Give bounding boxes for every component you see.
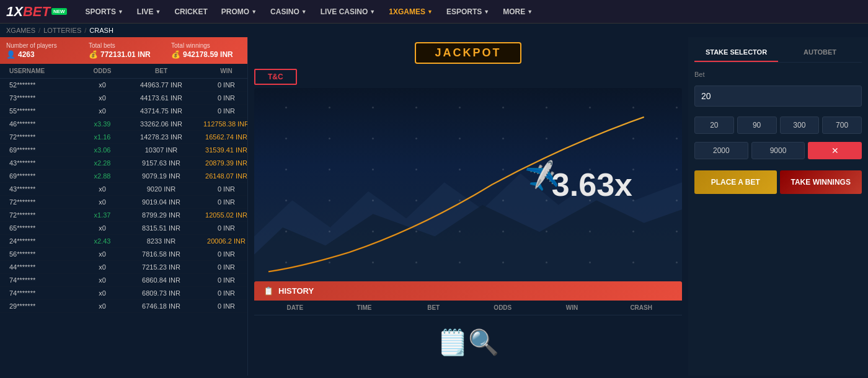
quick-bet-300[interactable]: 300 [780, 116, 820, 134]
navbar: 1XBET NEW SPORTS ▼ LIVE ▼ CRICKET PROMO … [0, 0, 868, 24]
cell-win: 0 INR [202, 302, 248, 310]
game-panel: JACKPOT T&C [248, 37, 688, 376]
cell-win: 20006.2 INR [202, 237, 248, 245]
grid-dot [459, 138, 461, 139]
grid-dot [502, 107, 504, 108]
take-winnings-button[interactable]: TAKE WINNINGS [780, 170, 862, 194]
cell-bet: 7215.23 INR [121, 263, 202, 271]
cell-username: 69******* [3, 172, 84, 180]
grid-dot [372, 107, 374, 108]
stat-total-winnings: Total winnings 💰 942178.59 INR [171, 42, 241, 59]
grid-dot [546, 231, 547, 232]
breadcrumb-xgames[interactable]: XGAMES [6, 27, 35, 34]
players-icon: 👤 [6, 50, 16, 59]
cell-bet: 6860.84 INR [121, 276, 202, 284]
cell-odds: x2.88 [84, 172, 121, 180]
nav-sports[interactable]: SPORTS ▼ [79, 0, 130, 24]
quick-bet-700[interactable]: 700 [822, 116, 862, 134]
cell-win: 112758.38 INR [202, 120, 248, 128]
grid-dot [589, 200, 591, 201]
cell-username: 52******* [3, 81, 84, 89]
cell-bet: 44963.77 INR [121, 81, 202, 89]
cell-odds: x3.39 [84, 120, 121, 128]
nav-live-casino[interactable]: LIVE CASINO ▼ [314, 0, 382, 24]
col-odds-h: ODDS [468, 304, 538, 311]
cell-bet: 8799.29 INR [121, 211, 202, 219]
grid-dot [329, 169, 330, 170]
chevron-down-icon: ▼ [427, 9, 433, 15]
grid-dot [676, 231, 678, 232]
quick-bet-2000[interactable]: 2000 [694, 142, 748, 159]
grid-dot [329, 262, 330, 263]
cell-odds: x2.28 [84, 159, 121, 167]
col-win-h: WIN [538, 304, 607, 311]
cell-win: 0 INR [202, 94, 248, 102]
stat-players-value: 👤 4263 [6, 50, 76, 59]
chevron-down-icon: ▼ [251, 9, 257, 15]
cell-win: 26148.07 INR [202, 172, 248, 180]
grid-dot [285, 169, 287, 170]
grid-dot [676, 138, 678, 139]
cell-odds: x0 [84, 185, 121, 193]
place-bet-button[interactable]: PLACE A BET [694, 170, 777, 194]
clear-bet-button[interactable]: ✕ [808, 142, 862, 159]
logo[interactable]: 1XBET NEW [6, 4, 67, 20]
cell-odds: x0 [84, 276, 121, 284]
cell-bet: 9157.63 INR [121, 159, 202, 167]
grid-dot [459, 200, 461, 201]
nav-casino[interactable]: CASINO ▼ [264, 0, 313, 24]
nav-promo[interactable]: PROMO ▼ [215, 0, 263, 24]
nav-1xgames[interactable]: 1XGAMES ▼ [383, 0, 439, 24]
grid-dot [502, 262, 504, 263]
grid-dot [329, 231, 330, 232]
cell-bet: 8315.51 INR [121, 224, 202, 232]
tab-autobet[interactable]: AUTOBET [778, 43, 862, 62]
table-row: 46******* x3.39 33262.06 INR 112758.38 I… [0, 118, 247, 131]
history-empty: 🗒️🔍 [254, 315, 682, 372]
cell-win: 0 INR [202, 289, 248, 297]
tab-stake-selector[interactable]: STAKE SELECTOR [694, 43, 778, 62]
grid-dot [632, 169, 634, 170]
table-row: 73******* x0 44173.61 INR 0 INR [0, 92, 247, 105]
grid-dot [459, 107, 461, 108]
grid-dot [589, 169, 591, 170]
table-row: 69******* x3.06 10307 INR 31539.41 INR [0, 144, 247, 157]
grid-dot [285, 200, 287, 201]
quick-bet-20[interactable]: 20 [694, 116, 734, 134]
nav-items: SPORTS ▼ LIVE ▼ CRICKET PROMO ▼ CASINO ▼… [79, 0, 862, 24]
grid-dot [676, 200, 678, 201]
cell-win: 0 INR [202, 224, 248, 232]
history-panel: 📋 HISTORY DATE TIME BET ODDS WIN CRASH 🗒… [248, 281, 688, 376]
cell-win: 0 INR [202, 81, 248, 89]
cell-bet: 7816.58 INR [121, 250, 202, 258]
bet-input[interactable] [694, 86, 862, 107]
breadcrumb-lotteries[interactable]: LOTTERIES [43, 27, 81, 34]
table-row: 69******* x2.88 9079.19 INR 26148.07 INR [0, 170, 247, 183]
table-row: 24******* x2.43 8233 INR 20006.2 INR [0, 235, 247, 248]
nav-more[interactable]: MORE ▼ [497, 0, 539, 24]
col-bet: BET [121, 68, 202, 74]
stat-winnings-label: Total winnings [171, 42, 241, 49]
grid-dot [329, 200, 330, 201]
nav-cricket[interactable]: CRICKET [168, 0, 213, 24]
grid-dot [632, 107, 634, 108]
cell-username: 72******* [3, 211, 84, 219]
cell-odds: x0 [84, 263, 121, 271]
cell-odds: x0 [84, 302, 121, 310]
cell-bet: 9079.19 INR [121, 172, 202, 180]
grid-dot [589, 107, 591, 108]
cell-win: 0 INR [202, 263, 248, 271]
grid-dot [415, 107, 417, 108]
main-layout: Number of players 👤 4263 Total bets 💰 77… [0, 37, 868, 376]
cell-bet: 14278.23 INR [121, 133, 202, 141]
quick-bet-9000[interactable]: 9000 [751, 142, 805, 159]
table-row: 44******* x0 7215.23 INR 0 INR [0, 261, 247, 274]
nav-live[interactable]: LIVE ▼ [131, 0, 167, 24]
quick-bet-90[interactable]: 90 [737, 116, 777, 134]
col-crash-h: CRASH [606, 304, 676, 311]
grid-dot [632, 231, 634, 232]
table-row: 65******* x0 8315.51 INR 0 INR [0, 222, 247, 235]
tc-button[interactable]: T&C [254, 69, 297, 85]
grid-dot [329, 107, 330, 108]
nav-esports[interactable]: ESPORTS ▼ [440, 0, 495, 24]
